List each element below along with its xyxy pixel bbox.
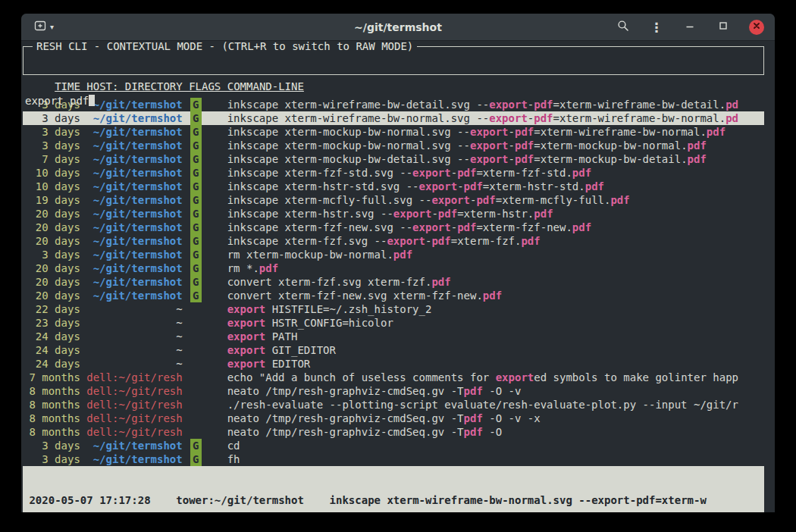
search-match-highlight: pdf	[688, 153, 707, 165]
row-directory: dell:~/git/resh	[86, 371, 182, 384]
row-time: 8 months	[23, 384, 80, 398]
history-row[interactable]: 7 days~/git/termshotGinkscape xterm-mock…	[23, 152, 764, 166]
history-row[interactable]: 20 days~/git/termshotGconvert xterm-fzf-…	[23, 289, 764, 302]
search-button[interactable]	[616, 20, 631, 35]
terminal-window: ▾ ~/git/termshot ⋮	[21, 14, 775, 512]
search-match-highlight: pdf	[585, 180, 604, 192]
history-row[interactable]: 10 days~/git/termshotGinkscape xterm-fzf…	[23, 166, 764, 180]
history-row[interactable]: 8 monthsdell:~/git/reshneato /tmp/resh-g…	[23, 384, 764, 398]
close-icon	[752, 21, 761, 33]
row-directory: ~	[86, 357, 182, 371]
history-row[interactable]: 20 days~/git/termshotGinkscape xterm-fzf…	[23, 221, 764, 234]
row-time: 20 days	[23, 261, 80, 275]
history-row[interactable]: 8 monthsdell:~/git/reshneato /tmp/resh-g…	[23, 412, 764, 425]
history-row[interactable]: 3 days~/git/termshotGrm xterm-mockup-bw-…	[23, 248, 764, 261]
row-command: neato /tmp/resh-graphviz-cmdSeq.gv -Tpdf…	[227, 384, 522, 398]
git-flag-badge: G	[190, 152, 201, 166]
search-match-highlight: export	[227, 330, 266, 343]
search-match-highlight: export	[387, 235, 425, 247]
row-directory: dell:~/git/resh	[86, 412, 182, 425]
history-row[interactable]: 24 days~export GIT_EDITOR	[23, 343, 764, 357]
history-row[interactable]: 8 monthsdell:~/git/resh./resh-evaluate -…	[23, 398, 764, 412]
row-time: 20 days	[23, 221, 80, 234]
row-flags: G	[189, 207, 221, 221]
magnifier-icon	[617, 20, 629, 34]
row-time: 19 days	[23, 193, 80, 207]
row-time: 3 days	[23, 139, 80, 152]
search-match-highlight: export	[496, 371, 534, 383]
row-directory: ~/git/termshot	[86, 261, 182, 275]
git-flag-badge: G	[190, 166, 201, 180]
menu-button[interactable]: ⋮	[649, 20, 664, 35]
search-match-highlight: export	[227, 317, 266, 329]
row-time: 24 days	[23, 330, 80, 343]
row-flags: G	[189, 452, 221, 466]
row-command: neato /tmp/resh-graphviz-cmdSeq.gv -Tpdf…	[227, 412, 541, 425]
row-time: 10 days	[23, 166, 80, 180]
row-command: inkscape xterm-hstr-std.svg --export-pdf…	[227, 180, 604, 193]
row-directory: ~/git/termshot	[86, 452, 182, 466]
history-row[interactable]: 7 monthsdell:~/git/reshecho "Add a bunch…	[23, 371, 764, 384]
search-match-highlight: pdf	[515, 139, 534, 152]
row-flags	[189, 343, 221, 357]
row-flags	[189, 330, 221, 343]
row-directory: ~	[86, 302, 182, 316]
history-row[interactable]: 22 days~export HISTFILE=~/.zsh_history_2	[23, 302, 764, 316]
row-time: 3 days	[23, 248, 80, 261]
close-button[interactable]	[749, 20, 764, 35]
history-row[interactable]: 23 days~export HSTR_CONFIG=hicolor	[23, 316, 764, 330]
history-list: 3 days~/git/termshotGinkscape xterm-wire…	[23, 98, 764, 466]
minimize-icon	[685, 20, 695, 33]
row-command: export HSTR_CONFIG=hicolor	[227, 316, 393, 330]
git-flag-badge: G	[190, 139, 201, 152]
row-directory: ~/git/termshot	[86, 193, 182, 207]
git-flag-badge: G	[190, 439, 201, 452]
new-tab-icon	[34, 20, 46, 34]
restore-button[interactable]	[716, 20, 731, 35]
minimize-button[interactable]	[682, 20, 697, 35]
detail-panel: 2020-05-07 17:17:28 tower:~/git/termshot…	[23, 466, 764, 512]
history-row[interactable]: 20 days~/git/termshotGinkscape xterm-fzf…	[23, 234, 764, 248]
row-command: echo "Add a bunch of useless comments fo…	[227, 371, 738, 384]
row-time: 24 days	[23, 343, 80, 357]
search-match-highlight: pdf	[610, 194, 629, 206]
history-row[interactable]: 10 days~/git/termshotGinkscape xterm-hst…	[23, 180, 764, 193]
history-row[interactable]: 24 days~export PATH	[23, 330, 764, 343]
new-tab-button[interactable]: ▾	[30, 17, 58, 37]
history-row[interactable]: 8 monthsdell:~/git/reshneato /tmp/resh-g…	[23, 425, 764, 439]
row-command: rm *.pdf	[227, 261, 278, 275]
history-row[interactable]: 20 days~/git/termshotGconvert xterm-fzf.…	[23, 275, 764, 289]
search-input[interactable]: export pdf	[24, 88, 763, 108]
row-time: 22 days	[23, 302, 80, 316]
git-flag-badge: G	[190, 248, 201, 261]
history-row[interactable]: 3 days~/git/termshotGinkscape xterm-mock…	[23, 139, 764, 152]
row-time: 23 days	[23, 316, 80, 330]
history-row[interactable]: 19 days~/git/termshotGinkscape xterm-mcf…	[23, 193, 764, 207]
text-cursor	[89, 95, 95, 106]
history-row[interactable]: 24 days~export EDITOR	[23, 357, 764, 371]
row-time: 10 days	[23, 180, 80, 193]
history-row[interactable]: 20 days~/git/termshotGinkscape xterm-hst…	[23, 207, 764, 221]
git-flag-badge: G	[190, 234, 201, 248]
row-time: 3 days	[23, 452, 80, 466]
search-match-highlight: export	[431, 194, 470, 206]
history-row[interactable]: 3 days~/git/termshotGcd	[23, 439, 764, 452]
terminal-screen[interactable]: RESH CLI - CONTEXTUAL MODE - (CTRL+R to …	[21, 41, 775, 512]
row-flags: G	[189, 193, 221, 207]
row-flags: G	[189, 261, 221, 275]
search-match-highlight: pdf	[464, 180, 483, 192]
row-command: convert xterm-fzf.svg xterm-fzf.pdf	[227, 275, 451, 289]
row-flags: G	[189, 289, 221, 302]
search-match-highlight: pdf	[515, 153, 534, 165]
row-flags	[189, 412, 221, 425]
history-row[interactable]: 3 days~/git/termshotGfh	[23, 452, 764, 466]
row-time: 7 months	[23, 371, 80, 384]
row-flags	[189, 302, 221, 316]
history-row[interactable]: 20 days~/git/termshotGrm *.pdf	[23, 261, 764, 275]
row-time: 3 days	[23, 439, 80, 452]
search-match-highlight: pdf	[521, 235, 540, 247]
row-command: inkscape xterm-hstr.svg --export-pdf=xte…	[227, 207, 553, 221]
row-command: rm xterm-mockup-bw-normal.pdf	[227, 248, 412, 261]
row-flags: G	[189, 248, 221, 261]
search-panel: RESH CLI - CONTEXTUAL MODE - (CTRL+R to …	[23, 46, 764, 75]
